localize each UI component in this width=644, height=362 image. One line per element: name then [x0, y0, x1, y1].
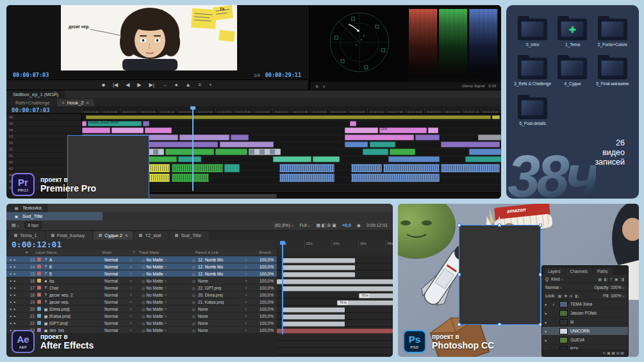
- ae-layer-row[interactable]: ●● 21 ▦ [Katya.png] Normal∨ ◎No Matte∨ ◎…: [6, 313, 277, 320]
- transform-handle[interactable]: [498, 323, 501, 326]
- layer-switch-icons[interactable]: ●●: [6, 300, 26, 304]
- resolution-select[interactable]: Full ∨: [300, 223, 311, 227]
- layer-name[interactable]: [Dima.png]: [49, 307, 104, 311]
- search-icon[interactable]: Q: [545, 277, 549, 281]
- layer-row[interactable]: ● GUEVA: [542, 336, 628, 345]
- layer-name[interactable]: M: [570, 320, 574, 324]
- layer-name[interactable]: Chat: [49, 286, 104, 290]
- visibility-eye-icon[interactable]: ●: [545, 338, 550, 342]
- timeline-clip[interactable]: [351, 164, 382, 172]
- label-color-chip[interactable]: [37, 307, 41, 311]
- col-parent-link[interactable]: Parent & Link: [195, 251, 247, 254]
- parent-pickwhip-icon[interactable]: ◎: [189, 293, 198, 297]
- layer-switch-icons[interactable]: ●●: [6, 279, 26, 283]
- viewer-timecode[interactable]: 0:00:12:01: [367, 223, 388, 227]
- timeline-clip[interactable]: [345, 128, 378, 133]
- track-matte-select[interactable]: ◎No Matte∨: [142, 272, 189, 276]
- layer-row[interactable]: ● ∨ TEMA Зона: [542, 300, 628, 309]
- timeline-clip[interactable]: [441, 142, 500, 147]
- timeline-clip[interactable]: [390, 149, 415, 155]
- panel-menu-icon[interactable]: ≡: [87, 101, 89, 105]
- layer-switch-icons[interactable]: ●●: [6, 293, 26, 297]
- layer-switch-icons[interactable]: ●●: [6, 314, 26, 318]
- track-matte-select[interactable]: ◎No Matte∨: [142, 293, 189, 297]
- track-matte-select[interactable]: ◎No Matte∨: [142, 265, 189, 269]
- ae-layer-row[interactable]: ●● 16 ★ bg Normal∨ ◎No Matte∨ ◎ None∨ 10…: [6, 277, 277, 284]
- timeline-clip[interactable]: Detalka_краска (МОЙ): [88, 121, 142, 126]
- label-color-chip[interactable]: [37, 286, 41, 290]
- folder-item[interactable]: ✚ 0_Intro: [513, 15, 552, 47]
- transform-handle[interactable]: [458, 323, 461, 326]
- playhead[interactable]: [192, 106, 194, 191]
- label-color-chip[interactable]: [37, 293, 41, 297]
- stretch-value[interactable]: 100,0%: [249, 328, 277, 333]
- ae-layer-row[interactable]: ●● 19 T десиг нер. Normal∨ ◎No Matte∨ ◎ …: [6, 299, 277, 306]
- blend-mode-select[interactable]: Normal∨: [104, 328, 135, 333]
- parent-pickwhip-icon[interactable]: ◎: [189, 265, 198, 269]
- ae-layer-row[interactable]: ●● 14 T 8 Normal∨ ◎No Matte∨ ◎ 12. Numb …: [6, 263, 277, 270]
- timeline-clip[interactable]: [86, 115, 491, 119]
- col-track-matte[interactable]: Track Matte: [139, 251, 195, 254]
- timeline-clip[interactable]: 2304: [379, 128, 427, 133]
- timeline-clip[interactable]: [224, 164, 240, 172]
- layer-switch-icons[interactable]: ●●: [6, 321, 26, 325]
- blend-mode-select[interactable]: Normal∨: [104, 300, 135, 304]
- label-color-chip[interactable]: [37, 314, 41, 318]
- timeline-panel-tab[interactable]: Skillbox_ep_1 (МОЙ): [6, 90, 65, 98]
- parent-link-select[interactable]: None∨: [198, 279, 249, 283]
- transform-handle[interactable]: [498, 224, 501, 227]
- ae-layer-row[interactable]: ●● 17 T Chat Normal∨ ◎No Matte∨ ◎ 22. GP…: [6, 284, 277, 292]
- layer-switch-icons[interactable]: ●●: [6, 286, 26, 290]
- folder-item[interactable]: ✚ 2_Fonts+Colors: [593, 15, 632, 47]
- timeline-timecode[interactable]: 00:00:07:03: [6, 106, 82, 113]
- layer-switch-icons[interactable]: ●●: [6, 307, 26, 311]
- parent-link-select[interactable]: None∨: [198, 328, 249, 333]
- stretch-value[interactable]: 100,0%: [249, 293, 277, 297]
- ae-layer-row[interactable]: ●● 13 T A Normal∨ ◎No Matte∨ ◎ 12. Numb …: [6, 256, 277, 263]
- keyframe-chip[interactable]: T8 lin: [338, 300, 348, 305]
- comp-tab[interactable]: Final_Балшу: [46, 231, 93, 240]
- layer-switch-icons[interactable]: ●●: [6, 272, 26, 276]
- parent-link-select[interactable]: 21. Katya.png∨: [198, 300, 249, 304]
- panel-tab[interactable]: Paths: [593, 268, 613, 275]
- track-matte-select[interactable]: ◎No Matte∨: [142, 321, 189, 325]
- parent-link-select[interactable]: None∨: [198, 321, 249, 325]
- transport-icon[interactable]: ▶|: [149, 83, 154, 88]
- transform-handle[interactable]: [458, 224, 461, 227]
- timeline-clip[interactable]: [273, 156, 311, 162]
- stretch-value[interactable]: 100,0%: [249, 279, 277, 283]
- folder-item[interactable]: ✚ 5_Final-магазине: [593, 54, 632, 86]
- timeline-clip[interactable]: [478, 135, 501, 140]
- track-matte-select[interactable]: ◎No Matte∨: [142, 328, 189, 333]
- timeline-clip[interactable]: [145, 128, 172, 133]
- panel-tab[interactable]: Channels: [566, 268, 592, 275]
- timeline-clip[interactable]: [428, 128, 438, 133]
- layer-switch-icons[interactable]: ●●: [6, 265, 26, 268]
- track-matte-select[interactable]: ◎No Matte∨: [142, 279, 189, 283]
- folder-item[interactable]: ✚ 1_Tema: [552, 15, 592, 47]
- col-number[interactable]: #: [6, 251, 36, 254]
- layer-name[interactable]: GUEVA: [570, 338, 584, 342]
- parent-link-select[interactable]: None∨: [198, 314, 249, 318]
- transport-icon[interactable]: ■: [102, 83, 105, 88]
- timeline-clip[interactable]: [215, 149, 247, 155]
- parent-pickwhip-icon[interactable]: ◎: [189, 258, 198, 262]
- col-mode[interactable]: Mode: [102, 251, 133, 254]
- timeline-clip[interactable]: [179, 135, 229, 140]
- track-matte-select[interactable]: ◎No Matte∨: [142, 258, 189, 262]
- visibility-eye-icon[interactable]: ●: [545, 302, 550, 306]
- timeline-clip[interactable]: [469, 149, 501, 155]
- blend-mode-select[interactable]: Normal∨: [104, 279, 135, 283]
- project-item-selected[interactable]: ▣ Sud_Title: [6, 212, 103, 220]
- timeline-clip[interactable]: [350, 121, 356, 126]
- project-panel-tab[interactable]: ▤ Textovka: [6, 204, 48, 212]
- timeline-clip[interactable]: [82, 121, 87, 126]
- parent-link-select[interactable]: 12. Numb Mo∨: [198, 272, 249, 276]
- timeline-clip[interactable]: [370, 142, 395, 147]
- parent-pickwhip-icon[interactable]: ◎: [189, 279, 198, 283]
- current-time-indicator[interactable]: [282, 241, 283, 334]
- filter-kind-select[interactable]: Kind ∨: [551, 277, 563, 281]
- layer-name[interactable]: [Katya.png]: [49, 314, 104, 318]
- timeline-clip[interactable]: [165, 149, 214, 155]
- viewer-layout-icons[interactable]: ▦ ◧ ⊞ ▣: [316, 223, 336, 228]
